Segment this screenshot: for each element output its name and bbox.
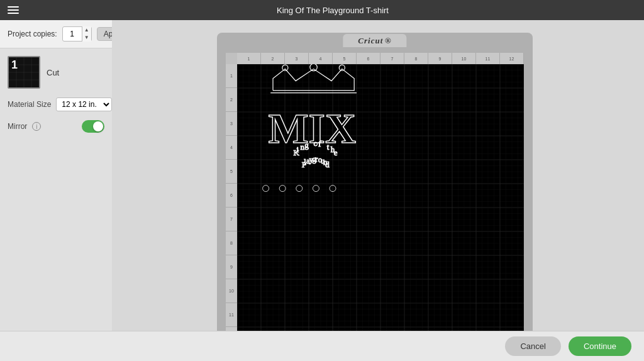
ruler-row: 123456789101112 xyxy=(226,53,524,64)
copies-spinners: ▲ ▼ xyxy=(82,26,91,42)
mat-section: 1 Cut Material Size 12 x 12 in. 12 x 24 … xyxy=(0,48,112,140)
sidebar: Project copies: ▲ ▼ Apply xyxy=(0,20,112,331)
material-size-select[interactable]: 12 x 12 in. 12 x 24 in. 8.5 x 11 in. xyxy=(56,97,112,111)
controls-bar: Project copies: ▲ ▼ Apply xyxy=(0,20,112,48)
mat-thumbnail-area: 1 Cut xyxy=(8,56,104,89)
mirror-row: Mirror i xyxy=(8,120,104,133)
ruler-tick-left-11: 11 xyxy=(226,303,237,327)
mirror-toggle-knob xyxy=(93,121,103,131)
main-layout: Project copies: ▲ ▼ Apply xyxy=(0,20,644,331)
ruler-tick-top-9: 9 xyxy=(428,53,452,64)
mat-thumbnail-number: 1 xyxy=(11,58,18,72)
mat-with-rulers: 123456789101112 123456789101112 xyxy=(226,53,524,331)
mat-thumbnail[interactable]: 1 xyxy=(8,56,40,89)
material-size-label: Material Size xyxy=(8,100,51,109)
top-ruler: 123456789101112 xyxy=(237,53,524,64)
ruler-tick-top-1: 1 xyxy=(237,53,261,64)
canvas-area: Cricut ® 123456789101112 123456789101112 xyxy=(112,20,644,331)
bottom-bar: Cancel Continue xyxy=(0,331,644,361)
ruler-tick-left-10: 10 xyxy=(226,279,237,303)
menu-icon[interactable] xyxy=(8,6,19,14)
cricut-logo-text: Cricut ® xyxy=(358,36,391,45)
copies-up-button[interactable]: ▲ xyxy=(82,26,91,34)
grid-canvas xyxy=(237,64,524,331)
mat-grid xyxy=(237,64,524,331)
ruler-tick-top-4: 4 xyxy=(309,53,333,64)
ruler-tick-top-11: 11 xyxy=(476,53,500,64)
cancel-button[interactable]: Cancel xyxy=(505,336,560,356)
window-title: King Of The Playground T-shirt xyxy=(29,6,636,15)
copies-down-button[interactable]: ▼ xyxy=(82,34,91,42)
ruler-tick-top-7: 7 xyxy=(380,53,404,64)
ruler-tick-left-5: 5 xyxy=(226,160,237,184)
ruler-tick-left-1: 1 xyxy=(226,64,237,88)
ruler-tick-left-9: 9 xyxy=(226,255,237,279)
ruler-tick-top-6: 6 xyxy=(357,53,380,64)
copies-label: Project copies: xyxy=(8,30,57,38)
ruler-tick-left-3: 3 xyxy=(226,112,237,136)
ruler-tick-top-8: 8 xyxy=(404,53,428,64)
mat-container: Cricut ® 123456789101112 123456789101112 xyxy=(217,33,533,331)
grid-row: 123456789101112 xyxy=(226,64,524,331)
ruler-tick-top-2: 2 xyxy=(261,53,285,64)
copies-input-wrap: ▲ ▼ xyxy=(62,26,92,42)
ruler-tick-top-3: 3 xyxy=(285,53,309,64)
ruler-tick-left-2: 2 xyxy=(226,88,237,112)
cricut-tab-area: Cricut ® xyxy=(226,42,524,52)
mirror-label: Mirror xyxy=(8,122,27,131)
mirror-toggle[interactable] xyxy=(82,120,104,133)
left-ruler: 123456789101112 xyxy=(226,64,237,331)
cricut-logo: Cricut ® xyxy=(343,34,406,47)
mirror-info-icon[interactable]: i xyxy=(32,122,41,131)
ruler-tick-left-12: 12 xyxy=(226,327,237,331)
ruler-tick-top-12: 12 xyxy=(500,53,524,64)
continue-button[interactable]: Continue xyxy=(569,336,631,356)
ruler-tick-left-7: 7 xyxy=(226,208,237,231)
ruler-tick-left-4: 4 xyxy=(226,136,237,160)
ruler-tick-top-10: 10 xyxy=(452,53,476,64)
ruler-tick-left-8: 8 xyxy=(226,231,237,255)
ruler-tick-top-5: 5 xyxy=(333,53,357,64)
copies-input[interactable] xyxy=(63,30,82,38)
titlebar: King Of The Playground T-shirt xyxy=(0,0,644,20)
mat-operation-label: Cut xyxy=(47,68,59,77)
ruler-tick-left-6: 6 xyxy=(226,184,237,208)
ruler-corner xyxy=(226,53,237,64)
material-size-row: Material Size 12 x 12 in. 12 x 24 in. 8.… xyxy=(8,97,104,111)
